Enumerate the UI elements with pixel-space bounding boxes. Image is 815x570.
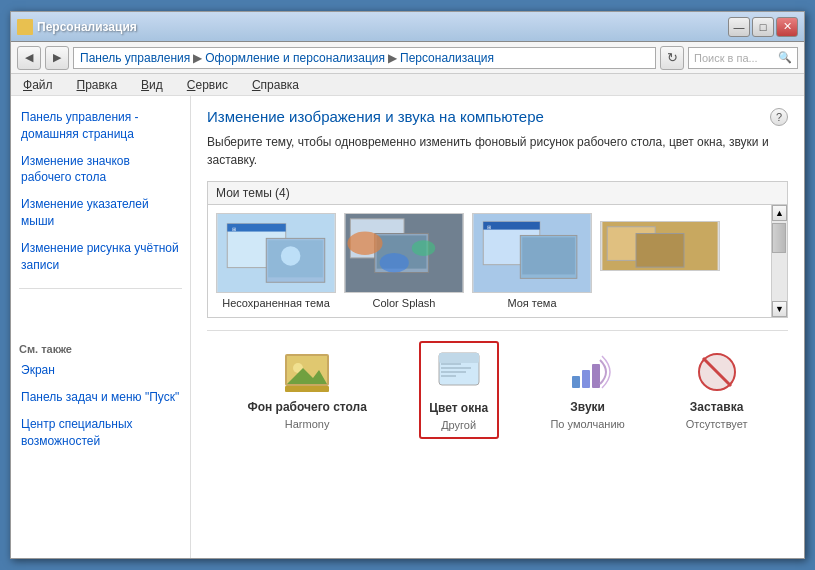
menu-view[interactable]: Вид xyxy=(137,76,167,94)
toolbar-label-background: Фон рабочего стола xyxy=(247,400,366,414)
content-title: Изменение изображения и звука на компьют… xyxy=(207,108,788,125)
background-icon xyxy=(283,348,331,396)
toolbar-sublabel-color: Другой xyxy=(441,419,476,431)
svg-rect-27 xyxy=(285,386,329,392)
refresh-button[interactable]: ↻ xyxy=(660,46,684,70)
menu-edit[interactable]: Правка xyxy=(73,76,122,94)
close-button[interactable]: ✕ xyxy=(776,17,798,37)
search-placeholder: Поиск в па... xyxy=(694,52,758,64)
theme-name-mytheme: Моя тема xyxy=(472,297,592,309)
menu-file[interactable]: Файл xyxy=(19,76,57,94)
svg-rect-31 xyxy=(441,367,471,369)
toolbar-sublabel-sounds: По умолчанию xyxy=(550,418,624,430)
sidebar-link-icons[interactable]: Изменение значков рабочего стола xyxy=(19,150,182,190)
sidebar-divider xyxy=(19,288,182,289)
themes-scrollbar: ▲ ▼ xyxy=(771,205,787,317)
sidebar-link-accessibility[interactable]: Центр специальных возможностей xyxy=(19,413,182,453)
maximize-button[interactable]: □ xyxy=(752,17,774,37)
toolbar-sublabel-screensaver: Отсутствует xyxy=(686,418,748,430)
sidebar-link-home[interactable]: Панель управления - домашняя страница xyxy=(19,106,182,146)
titlebar-controls: — □ ✕ xyxy=(728,17,798,37)
svg-rect-17 xyxy=(522,237,575,274)
see-also-label: См. также xyxy=(19,343,182,355)
toolbar-item-background[interactable]: Фон рабочего стола Harmony xyxy=(238,341,375,439)
theme-item-mytheme[interactable]: ⊞ Моя тема xyxy=(472,213,592,309)
svg-text:⊞: ⊞ xyxy=(487,225,491,230)
sounds-icon xyxy=(564,348,612,396)
search-icon: 🔍 xyxy=(778,51,792,64)
help-icon[interactable]: ? xyxy=(770,108,788,126)
theme-item-unsaved[interactable]: ⊞ Несохраненная тема xyxy=(216,213,336,309)
minimize-button[interactable]: — xyxy=(728,17,750,37)
themes-header: Мои темы (4) xyxy=(208,182,787,205)
svg-point-12 xyxy=(380,253,409,273)
theme-item-colorsplash[interactable]: Color Splash xyxy=(344,213,464,309)
scroll-thumb[interactable] xyxy=(772,223,786,253)
window-icon xyxy=(17,19,33,35)
sidebar-link-taskbar[interactable]: Панель задач и меню "Пуск" xyxy=(19,386,182,409)
toolbar-item-sounds[interactable]: Звуки По умолчанию xyxy=(541,341,633,439)
themes-grid: ⊞ Несохраненная тема xyxy=(208,205,787,317)
toolbar-label-screensaver: Заставка xyxy=(690,400,743,414)
theme-item-harmony[interactable] xyxy=(600,221,720,309)
svg-rect-33 xyxy=(441,375,456,377)
toolbar-item-screensaver[interactable]: Заставка Отсутствует xyxy=(677,341,757,439)
theme-name-unsaved: Несохраненная тема xyxy=(216,297,336,309)
svg-rect-29 xyxy=(439,353,479,363)
svg-rect-34 xyxy=(572,376,580,388)
sidebar-link-mouse[interactable]: Изменение указателей мыши xyxy=(19,193,182,233)
menubar: Файл Правка Вид Сервис Справка xyxy=(11,74,804,96)
svg-rect-18 xyxy=(483,222,540,230)
svg-point-4 xyxy=(281,246,301,265)
address-path[interactable]: Панель управления ▶ Оформление и персона… xyxy=(73,47,656,69)
path-segment-1: Панель управления xyxy=(80,51,190,65)
theme-thumb-mytheme: ⊞ xyxy=(472,213,592,293)
forward-button[interactable]: ▶ xyxy=(45,46,69,70)
window-title: Персонализация xyxy=(37,20,137,34)
menu-service[interactable]: Сервис xyxy=(183,76,232,94)
scroll-down-button[interactable]: ▼ xyxy=(772,301,787,317)
svg-point-11 xyxy=(347,232,382,255)
svg-text:⊞: ⊞ xyxy=(232,227,236,232)
theme-thumb-harmony xyxy=(600,221,720,271)
color-icon xyxy=(435,349,483,397)
svg-rect-35 xyxy=(582,370,590,388)
scroll-track xyxy=(772,221,787,301)
toolbar-item-color[interactable]: Цвет окна Другой xyxy=(419,341,499,439)
sidebar: Панель управления - домашняя страница Из… xyxy=(11,96,191,558)
toolbar-label-color: Цвет окна xyxy=(429,401,488,415)
path-sep-2: ▶ xyxy=(388,51,397,65)
path-sep-1: ▶ xyxy=(193,51,202,65)
themes-section: Мои темы (4) xyxy=(207,181,788,318)
svg-point-13 xyxy=(412,240,435,256)
svg-rect-36 xyxy=(592,364,600,388)
back-button[interactable]: ◀ xyxy=(17,46,41,70)
addressbar: ◀ ▶ Панель управления ▶ Оформление и пер… xyxy=(11,42,804,74)
theme-thumb-colorsplash xyxy=(344,213,464,293)
toolbar-sublabel-background: Harmony xyxy=(285,418,330,430)
titlebar-left: Персонализация xyxy=(17,19,137,35)
main-window: Персонализация — □ ✕ ◀ ▶ Панель управлен… xyxy=(10,11,805,559)
sidebar-link-screen[interactable]: Экран xyxy=(19,359,182,382)
svg-rect-32 xyxy=(441,371,466,373)
svg-rect-30 xyxy=(441,363,461,365)
content-description: Выберите тему, чтобы одновременно измени… xyxy=(207,133,788,169)
themes-grid-wrapper: ⊞ Несохраненная тема xyxy=(208,205,787,317)
path-segment-2: Оформление и персонализация xyxy=(205,51,385,65)
sidebar-link-account[interactable]: Изменение рисунка учётной записи xyxy=(19,237,182,277)
menu-help[interactable]: Справка xyxy=(248,76,303,94)
scroll-up-button[interactable]: ▲ xyxy=(772,205,787,221)
theme-name-colorsplash: Color Splash xyxy=(344,297,464,309)
search-box[interactable]: Поиск в па... 🔍 xyxy=(688,47,798,69)
content-area: ? Изменение изображения и звука на компь… xyxy=(191,96,804,558)
bottom-toolbar: Фон рабочего стола Harmony xyxy=(207,330,788,449)
titlebar: Персонализация — □ ✕ xyxy=(11,12,804,42)
toolbar-label-sounds: Звуки xyxy=(570,400,605,414)
theme-thumb-unsaved: ⊞ xyxy=(216,213,336,293)
path-segment-3: Персонализация xyxy=(400,51,494,65)
screensaver-icon xyxy=(693,348,741,396)
svg-rect-22 xyxy=(636,234,684,268)
main-content: Панель управления - домашняя страница Из… xyxy=(11,96,804,558)
